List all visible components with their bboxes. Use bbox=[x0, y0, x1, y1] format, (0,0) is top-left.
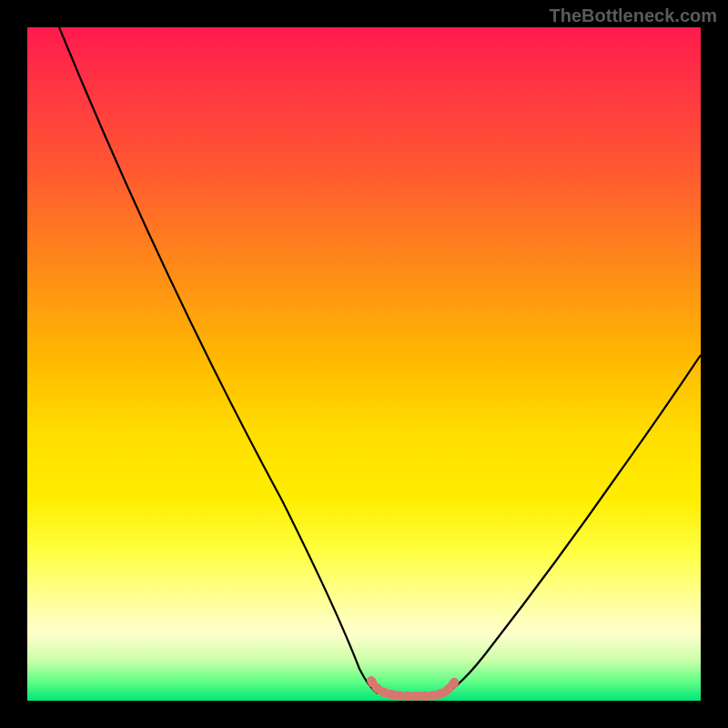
bottleneck-curve-svg bbox=[27, 27, 701, 701]
curve-left bbox=[59, 27, 378, 693]
watermark-text: TheBottleneck.com bbox=[550, 5, 717, 26]
chart-plot-area bbox=[27, 27, 701, 701]
optimal-zone-marker bbox=[371, 679, 457, 696]
curve-right bbox=[446, 355, 701, 693]
